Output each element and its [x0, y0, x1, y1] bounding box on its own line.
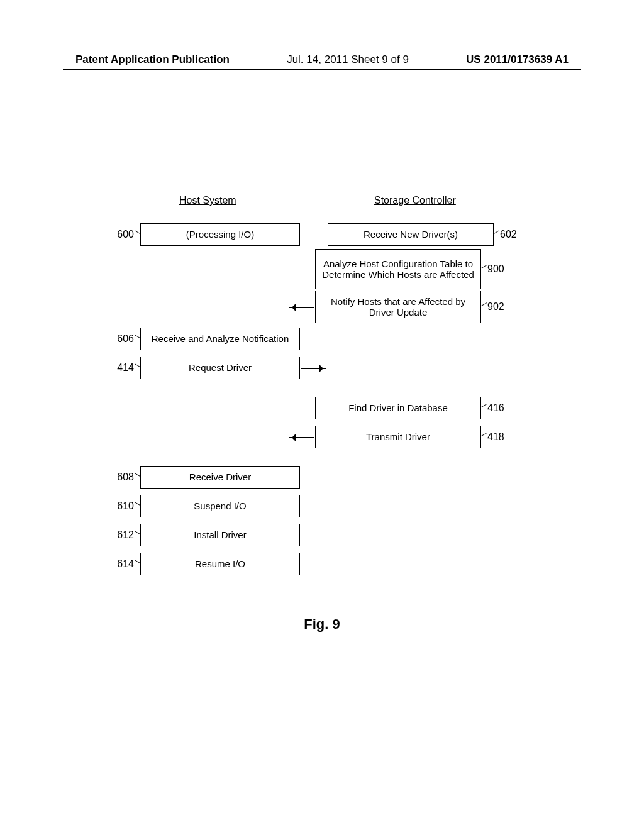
header-rule — [63, 69, 581, 70]
row-418: Transmit Driver 418 — [104, 423, 544, 451]
tick-icon — [135, 226, 140, 243]
tick-icon — [135, 498, 140, 514]
tick-icon — [481, 261, 486, 277]
row-902: Notify Hosts that are Affected by Driver… — [104, 289, 544, 324]
row-612: 612 Install Driver — [104, 521, 544, 550]
box-find-driver: Find Driver in Database — [315, 397, 481, 419]
box-notify-hosts: Notify Hosts that are Affected by Driver… — [315, 290, 481, 323]
header-left: Patent Application Publication — [75, 53, 230, 66]
col-head-host: Host System — [179, 195, 236, 206]
ref-610: 610 — [104, 501, 135, 512]
tick-icon — [135, 331, 140, 347]
header-mid: Jul. 14, 2011 Sheet 9 of 9 — [287, 53, 409, 66]
row-606: 606 Receive and Analyze Notification — [104, 324, 544, 353]
row-414: 414 Request Driver — [104, 353, 544, 382]
box-request-driver: Request Driver — [140, 357, 300, 379]
box-install-driver: Install Driver — [140, 524, 300, 546]
tick-icon — [481, 400, 486, 416]
ref-608: 608 — [104, 472, 135, 483]
tick-icon — [135, 360, 140, 376]
flow-diagram: Host System Storage Controller 600 (Proc… — [104, 195, 544, 578]
col-head-stor: Storage Controller — [374, 195, 456, 206]
ref-606: 606 — [104, 333, 135, 345]
tick-icon — [135, 469, 140, 485]
row-608: 608 Receive Driver — [104, 463, 544, 492]
tick-icon — [481, 299, 486, 315]
row-610: 610 Suspend I/O — [104, 492, 544, 521]
row-600-602: 600 (Processing I/O) Receive New Driver(… — [104, 220, 544, 249]
ref-614: 614 — [104, 558, 135, 570]
ref-902: 902 — [486, 301, 519, 313]
box-receive-new-drivers: Receive New Driver(s) — [328, 223, 494, 246]
box-resume-io: Resume I/O — [140, 553, 300, 575]
ref-602: 602 — [499, 229, 531, 240]
figure-label: Fig. 9 — [0, 616, 644, 633]
row-900: Analyze Host Configuration Table to Dete… — [104, 249, 544, 289]
box-analyze-host-config: Analyze Host Configuration Table to Dete… — [315, 249, 481, 289]
header-right: US 2011/0173639 A1 — [466, 53, 569, 66]
page-header: Patent Application Publication Jul. 14, … — [0, 53, 644, 66]
row-416: Find Driver in Database 416 — [104, 394, 544, 423]
ref-612: 612 — [104, 529, 135, 541]
ref-414: 414 — [104, 362, 135, 374]
ref-418: 418 — [486, 431, 519, 443]
tick-icon — [494, 226, 499, 243]
tick-icon — [135, 527, 140, 543]
tick-icon — [135, 556, 140, 572]
box-receive-driver: Receive Driver — [140, 466, 300, 489]
box-transmit-driver: Transmit Driver — [315, 426, 481, 448]
row-614: 614 Resume I/O — [104, 550, 544, 578]
tick-icon — [481, 429, 486, 445]
box-processing-io: (Processing I/O) — [140, 223, 300, 246]
ref-416: 416 — [486, 402, 519, 414]
ref-900: 900 — [486, 263, 519, 275]
box-suspend-io: Suspend I/O — [140, 495, 300, 517]
box-receive-analyze-notification: Receive and Analyze Notification — [140, 328, 300, 350]
ref-600: 600 — [104, 229, 135, 240]
column-headers: Host System Storage Controller — [104, 195, 544, 214]
